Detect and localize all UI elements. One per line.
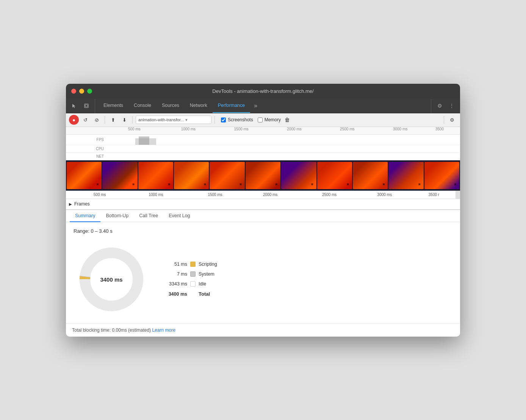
screenshots-label: Screenshots	[228, 117, 253, 122]
maximize-button[interactable]	[87, 89, 92, 94]
tab-overflow-icon[interactable]: »	[250, 99, 261, 113]
upload-button[interactable]: ⬆	[108, 115, 118, 125]
screenshot-thumb-3[interactable]	[138, 162, 173, 189]
frames-label: Frames	[74, 201, 90, 207]
idle-label: Idle	[199, 281, 206, 287]
tab-call-tree[interactable]: Call Tree	[134, 210, 163, 222]
idle-swatch	[190, 281, 196, 287]
url-text: animation-with-transfor...	[138, 118, 184, 122]
scripting-label: Scripting	[199, 262, 217, 267]
cpu-label: CPU	[66, 147, 107, 151]
cpu-content	[107, 145, 460, 152]
tab-elements[interactable]: Elements	[98, 99, 128, 113]
window-title: DevTools - animation-with-transform.glit…	[212, 88, 313, 94]
svg-rect-1	[85, 105, 88, 107]
fps-label: FPS	[66, 138, 107, 142]
more-icon[interactable]: ⋮	[446, 100, 457, 111]
tabbar-actions: ⚙ ⋮	[431, 99, 457, 113]
scrollbar-horizontal[interactable]	[456, 191, 460, 199]
tab-event-log[interactable]: Event Log	[163, 210, 195, 222]
url-dropdown-icon[interactable]: ▾	[185, 118, 188, 122]
screenshot-thumb-6[interactable]	[246, 162, 280, 189]
donut-center-label: 3400 ms	[100, 276, 122, 282]
close-button[interactable]	[71, 89, 76, 94]
donut-chart: 3400 ms	[74, 241, 149, 317]
ruler-labels: 500 ms 1000 ms 1500 ms 2000 ms 2500 ms 3…	[107, 127, 460, 134]
bottom-panel: Summary Bottom-Up Call Tree Event Log Ra…	[66, 210, 460, 337]
timeline-area: 500 ms 1000 ms 1500 ms 2000 ms 2500 ms 3…	[66, 127, 460, 210]
learn-more-link[interactable]: Learn more	[152, 328, 175, 333]
perf-settings-button[interactable]: ⚙	[447, 115, 457, 125]
screenshot-thumb-2[interactable]	[102, 162, 137, 189]
screenshot-thumb-4[interactable]	[174, 162, 209, 189]
toolbar-separator-3	[214, 116, 215, 124]
devtools-window: DevTools - animation-with-transform.glit…	[66, 84, 460, 337]
titlebar: DevTools - animation-with-transform.glit…	[66, 84, 460, 99]
memory-checkbox[interactable]	[258, 118, 263, 122]
nav-icons	[69, 99, 95, 113]
summary-content: Range: 0 – 3.40 s	[66, 222, 460, 323]
frames-expand-icon: ▶	[69, 202, 72, 206]
reload-button[interactable]: ↺	[80, 115, 90, 125]
bottom-label-2000: 2000 ms	[263, 193, 277, 197]
tab-console[interactable]: Console	[128, 99, 157, 113]
scripting-value: 51 ms	[164, 262, 187, 267]
scripting-swatch	[190, 262, 196, 267]
tab-sources[interactable]: Sources	[157, 99, 185, 113]
layers-icon[interactable]	[81, 100, 92, 111]
top-ruler: 500 ms 1000 ms 1500 ms 2000 ms 2500 ms 3…	[66, 127, 460, 135]
tab-performance[interactable]: Performance	[213, 99, 250, 113]
total-value: 3400 ms	[164, 291, 187, 297]
memory-label: Memory	[265, 117, 281, 122]
screenshots-checkbox[interactable]	[221, 118, 226, 122]
record-button[interactable]: ●	[69, 115, 79, 125]
minimize-button[interactable]	[79, 89, 84, 94]
system-label: System	[199, 271, 214, 277]
screenshot-thumb-7[interactable]	[281, 162, 316, 189]
screenshot-thumb-8[interactable]	[317, 162, 352, 189]
fps-track: FPS	[66, 135, 460, 145]
fps-cpu-net-tracks: FPS CPU NET	[66, 135, 460, 160]
clear-button[interactable]: ⊘	[92, 115, 102, 125]
bottom-label-3500: 3500 r	[429, 193, 439, 197]
toolbar-separator-4	[444, 116, 444, 124]
traffic-lights	[71, 89, 92, 94]
tab-summary[interactable]: Summary	[70, 210, 100, 222]
panel-tabs: Summary Bottom-Up Call Tree Event Log	[66, 210, 460, 222]
bottom-label-1000: 1000 ms	[149, 193, 163, 197]
ruler-label-2000: 2000 ms	[287, 127, 301, 131]
idle-value: 3343 ms	[164, 281, 187, 287]
chart-legend: 3400 ms 51 ms Scripting 7 ms System	[74, 241, 452, 317]
blocking-footer: Total blocking time: 0.00ms (estimated) …	[66, 323, 460, 337]
total-row: 3400 ms Total	[164, 291, 217, 297]
blocking-time-text: Total blocking time: 0.00ms (estimated)	[72, 328, 151, 333]
screenshot-thumb-9[interactable]	[353, 162, 388, 189]
ruler-label-2500: 2500 ms	[340, 127, 354, 131]
toolbar-separator-1	[105, 116, 105, 124]
legend-row-system: 7 ms System	[164, 271, 217, 277]
system-swatch	[190, 271, 196, 277]
bottom-label-1500: 1500 ms	[208, 193, 222, 197]
frames-row[interactable]: ▶ Frames	[66, 199, 460, 210]
total-label: Total	[199, 291, 210, 297]
download-button[interactable]: ⬇	[119, 115, 129, 125]
range-label: Range: 0 – 3.40 s	[74, 228, 452, 234]
ruler-label-1500: 1500 ms	[234, 127, 249, 131]
memory-trash-button[interactable]: 🗑	[282, 115, 292, 125]
cpu-track: CPU	[66, 145, 460, 153]
screenshots-checkbox-group: Screenshots	[221, 117, 253, 122]
tab-bottom-up[interactable]: Bottom-Up	[100, 210, 134, 222]
screenshot-thumb-1[interactable]	[67, 162, 102, 189]
screenshot-thumb-5[interactable]	[210, 162, 244, 189]
screenshots-strip	[66, 160, 460, 191]
screenshot-thumb-11[interactable]	[424, 162, 459, 189]
main-tabs: Elements Console Sources Network Perform…	[98, 99, 428, 113]
legend-row-idle: 3343 ms Idle	[164, 281, 217, 287]
toolbar-separator-2	[132, 116, 133, 124]
tab-network[interactable]: Network	[185, 99, 213, 113]
screenshot-thumb-10[interactable]	[388, 162, 423, 189]
cursor-icon[interactable]	[69, 100, 80, 111]
settings-icon[interactable]: ⚙	[434, 100, 445, 111]
bottom-ruler: 500 ms 1000 ms 1500 ms 2000 ms 2500 ms 3…	[66, 191, 460, 199]
net-label: NET	[66, 154, 107, 158]
